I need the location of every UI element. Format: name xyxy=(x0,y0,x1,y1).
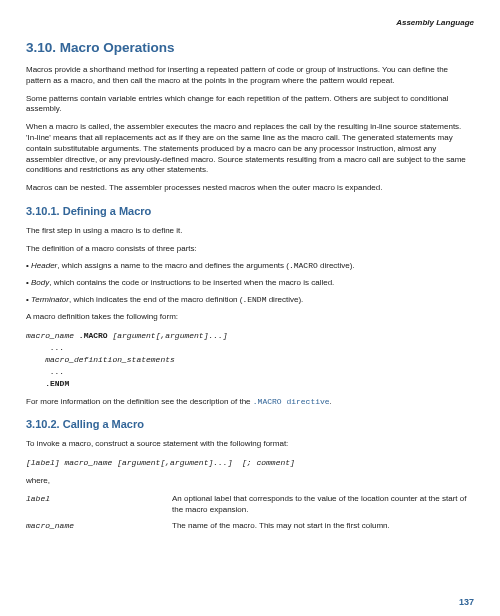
para: where, xyxy=(26,476,474,487)
para: Macros provide a shorthand method for in… xyxy=(26,65,474,87)
list-item: Header, which assigns a name to the macr… xyxy=(26,261,474,272)
keyword: Header xyxy=(31,261,57,270)
running-header: Assembly Language xyxy=(26,18,474,29)
code-block: [label] macro_name [argument[,argument].… xyxy=(26,457,474,469)
code-inline: .MACRO xyxy=(289,261,318,270)
para: A macro definition takes the following f… xyxy=(26,312,474,323)
code-inline: .ENDM xyxy=(242,295,266,304)
code-block: macro_name .MACRO [argument[,argument]..… xyxy=(26,330,474,390)
text: For more information on the definition s… xyxy=(26,397,253,406)
section-heading: 3.10. Macro Operations xyxy=(26,39,474,57)
text: directive). xyxy=(318,261,355,270)
subsection-heading: 3.10.1. Defining a Macro xyxy=(26,204,474,219)
para: The definition of a macro consists of th… xyxy=(26,244,474,255)
def-desc: The name of the macro. This may not star… xyxy=(172,521,474,532)
para: Some patterns contain variable entries w… xyxy=(26,94,474,116)
list-item: Terminator, which indicates the end of t… xyxy=(26,295,474,306)
keyword: Body xyxy=(31,278,49,287)
para: When a macro is called, the assembler ex… xyxy=(26,122,474,176)
def-term: label xyxy=(26,494,166,516)
text: , which contains the code or instruction… xyxy=(49,278,334,287)
list-item: Body, which contains the code or instruc… xyxy=(26,278,474,289)
def-desc: An optional label that corresponds to th… xyxy=(172,494,474,516)
link-macro-directive[interactable]: .MACRO directive xyxy=(253,397,330,406)
text: . xyxy=(330,397,332,406)
text: , which indicates the end of the macro d… xyxy=(69,295,242,304)
subsection-heading: 3.10.2. Calling a Macro xyxy=(26,417,474,432)
text: , which assigns a name to the macro and … xyxy=(57,261,289,270)
para: For more information on the definition s… xyxy=(26,397,474,408)
definition-list: label An optional label that corresponds… xyxy=(26,494,474,532)
para: To invoke a macro, construct a source st… xyxy=(26,439,474,450)
keyword: Terminator xyxy=(31,295,69,304)
def-term: macro_name xyxy=(26,521,166,532)
text: directive). xyxy=(266,295,303,304)
para: Macros can be nested. The assembler proc… xyxy=(26,183,474,194)
para: The first step in using a macro is to de… xyxy=(26,226,474,237)
page-number: 137 xyxy=(459,596,474,608)
